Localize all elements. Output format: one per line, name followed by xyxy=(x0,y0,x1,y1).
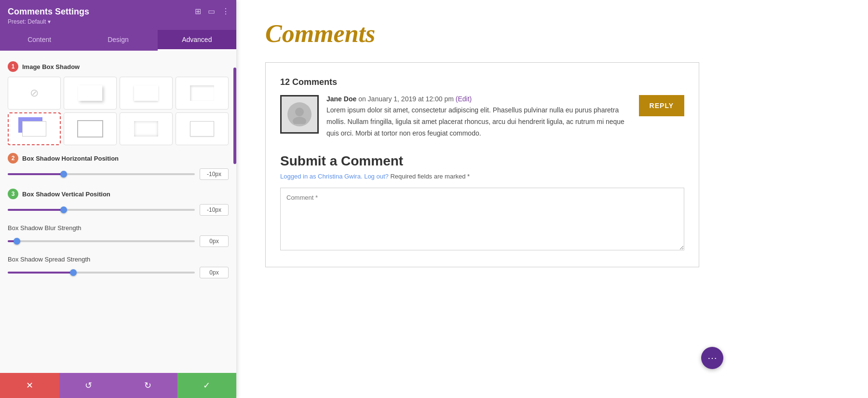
redo-button[interactable]: ↻ xyxy=(118,373,177,398)
shadow-preset-6[interactable] xyxy=(120,112,173,145)
submit-section: Submit a Comment Logged in as Christina … xyxy=(280,153,684,252)
shadow-preset-7[interactable] xyxy=(176,112,229,145)
panel-header-icons: ⊞ ▭ ⋮ xyxy=(195,7,230,16)
settings-panel: Comments Settings Preset: Default ▾ ⊞ ▭ … xyxy=(0,0,236,398)
blur-strength-section: Box Shadow Blur Strength 0px xyxy=(8,224,229,247)
horizontal-slider-track[interactable] xyxy=(8,173,195,175)
badge-2: 2 xyxy=(8,153,18,164)
shadow-box-5 xyxy=(78,121,102,137)
submit-meta: Logged in as Christina Gwira. Log out? R… xyxy=(280,173,684,180)
horizontal-slider-thumb[interactable] xyxy=(60,171,67,178)
spread-slider-row: 0px xyxy=(8,267,229,278)
edit-link[interactable]: (Edit) xyxy=(456,95,472,103)
shadow-preset-2[interactable] xyxy=(120,77,173,110)
tab-design[interactable]: Design xyxy=(79,30,157,51)
shadow-presets-grid: ⊘ xyxy=(8,77,229,145)
tab-advanced[interactable]: Advanced xyxy=(158,30,236,51)
shadow-preset-4-selected[interactable] xyxy=(8,112,61,145)
blur-slider-row: 0px xyxy=(8,235,229,247)
shadow-box-3 xyxy=(190,85,214,101)
floating-menu-button[interactable]: ⋯ xyxy=(701,347,723,369)
vertical-slider-track[interactable] xyxy=(8,209,195,211)
panel-header: Comments Settings Preset: Default ▾ ⊞ ▭ … xyxy=(0,0,236,30)
required-fields-text: Required fields are marked * xyxy=(390,173,470,180)
panel-actions: ✕ ↺ ↻ ✓ xyxy=(0,373,236,398)
horizontal-position-label: Box Shadow Horizontal Position xyxy=(22,155,119,162)
no-shadow-icon: ⊘ xyxy=(30,87,39,99)
shadow-preset-none[interactable]: ⊘ xyxy=(8,77,61,110)
blur-slider-thumb[interactable] xyxy=(14,238,20,245)
vertical-slider-fill xyxy=(8,209,64,211)
scroll-indicator xyxy=(233,68,236,164)
reply-button[interactable]: REPLY xyxy=(639,95,684,116)
content-panel: Comments 12 Comments Jane Doe on January… xyxy=(236,0,868,398)
comment-content: Jane Doe on January 1, 2019 at 12:00 pm … xyxy=(326,95,631,139)
save-button[interactable]: ✓ xyxy=(177,373,237,398)
horizontal-slider-fill xyxy=(8,173,64,175)
avatar-inner xyxy=(287,102,312,126)
vertical-position-section: 3 Box Shadow Vertical Position -10px xyxy=(8,189,229,216)
cancel-button[interactable]: ✕ xyxy=(0,373,59,398)
shadow-box-7 xyxy=(190,121,214,137)
panel-preset[interactable]: Preset: Default ▾ xyxy=(8,18,229,25)
badge-3: 3 xyxy=(8,189,18,199)
vertical-position-label-row: 3 Box Shadow Vertical Position xyxy=(8,189,229,199)
spread-slider-track[interactable] xyxy=(8,272,195,274)
logout-link[interactable]: Log out? xyxy=(364,173,389,180)
shadow-box-6 xyxy=(134,121,158,137)
blur-strength-label: Box Shadow Blur Strength xyxy=(8,224,229,232)
horizontal-slider-row: -10px xyxy=(8,168,229,180)
comment-date: on January 1, 2019 at 12:00 pm xyxy=(358,95,456,103)
vertical-position-label: Box Shadow Vertical Position xyxy=(22,191,110,198)
comment-author: Jane Doe on January 1, 2019 at 12:00 pm … xyxy=(326,95,631,103)
panel-body: 1 Image Box Shadow ⊘ xyxy=(0,51,236,373)
panel-tabs: Content Design Advanced xyxy=(0,30,236,51)
blur-slider-track[interactable] xyxy=(8,240,195,242)
horizontal-position-label-row: 2 Box Shadow Horizontal Position xyxy=(8,153,229,164)
badge-1: 1 xyxy=(8,61,18,72)
spread-strength-section: Box Shadow Spread Strength 0px xyxy=(8,256,229,278)
comment-text: Lorem ipsum dolor sit amet, consectetur … xyxy=(326,105,631,139)
image-box-shadow-label: Image Box Shadow xyxy=(22,63,80,70)
spread-slider-thumb[interactable] xyxy=(70,269,77,276)
submit-title: Submit a Comment xyxy=(280,153,684,169)
spread-slider-value[interactable]: 0px xyxy=(200,267,229,278)
tab-content[interactable]: Content xyxy=(0,30,79,51)
shadow-preset-5[interactable] xyxy=(64,112,117,145)
comments-count: 12 Comments xyxy=(280,77,684,87)
more-icon[interactable]: ⋮ xyxy=(222,7,230,16)
image-box-shadow-section: 1 Image Box Shadow xyxy=(8,61,229,72)
vertical-slider-value[interactable]: -10px xyxy=(200,204,229,216)
svg-point-1 xyxy=(293,117,306,124)
avatar-icon xyxy=(290,105,309,124)
expand-icon[interactable]: ⊞ xyxy=(195,7,201,16)
vertical-slider-thumb[interactable] xyxy=(60,206,67,213)
author-name: Jane Doe xyxy=(326,95,356,103)
comment-row: Jane Doe on January 1, 2019 at 12:00 pm … xyxy=(280,95,684,139)
comment-textarea[interactable] xyxy=(280,188,684,250)
shadow-box-1 xyxy=(78,85,102,101)
spread-slider-fill xyxy=(8,272,73,274)
page-title: Comments xyxy=(265,19,839,48)
svg-point-0 xyxy=(295,108,304,116)
logged-in-link[interactable]: Logged in as Christina Gwira. xyxy=(280,173,363,180)
vertical-slider-row: -10px xyxy=(8,204,229,216)
shadow-preset-3[interactable] xyxy=(176,77,229,110)
undo-button[interactable]: ↺ xyxy=(59,373,119,398)
horizontal-position-section: 2 Box Shadow Horizontal Position -10px xyxy=(8,153,229,180)
shadow-box-2 xyxy=(134,85,158,101)
blur-slider-value[interactable]: 0px xyxy=(200,235,229,247)
avatar xyxy=(280,95,319,134)
layout-icon[interactable]: ▭ xyxy=(208,7,215,16)
shadow-box-4 xyxy=(22,121,46,137)
dots-icon: ⋯ xyxy=(707,352,717,364)
spread-strength-label: Box Shadow Spread Strength xyxy=(8,256,229,263)
shadow-preset-1[interactable] xyxy=(64,77,117,110)
horizontal-slider-value[interactable]: -10px xyxy=(200,168,229,180)
comments-box: 12 Comments Jane Doe on January 1, 2019 … xyxy=(265,62,699,267)
